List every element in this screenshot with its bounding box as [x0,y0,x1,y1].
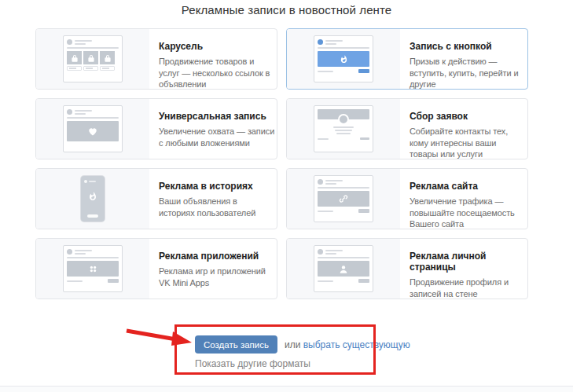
card-app-ads[interactable]: Реклама приложений Реклама игр и приложе… [35,238,277,299]
card-description: Продвижение профиля и записей на стене [410,277,526,299]
card-title: Реклама приложений [159,251,275,262]
mock-button [358,69,369,73]
card-description: Призыв к действию — вступить, купить, пе… [410,56,526,90]
lead-form-mock [314,105,373,152]
card-post-with-button[interactable]: Запись с кнопкой Призыв к действию — вст… [286,28,528,90]
mock-button [358,279,369,283]
avatar [67,39,72,45]
avatar [318,39,323,45]
universal-post-thumbnail [36,99,149,159]
card-title: Карусель [159,41,275,52]
lock-icon [72,54,78,62]
avatar [338,114,349,125]
avatar [67,109,72,115]
card-title: Реклама сайта [410,181,526,192]
flame-icon [81,192,105,201]
card-description: Собирайте контакты тех, кому интересны в… [410,126,526,159]
card-personal-page-ads[interactable]: Реклама личной страницы Продвижение проф… [286,238,528,299]
card-title: Универсальная запись [159,111,275,122]
card-description: Увеличение трафика — повышайте посещаемо… [410,196,526,229]
post-mock [314,245,373,292]
lock-icon [88,54,94,62]
card-description: Ваши объявления в историях пользователей [159,196,275,218]
create-post-button[interactable]: Создать запись [195,335,277,354]
post-with-button-thumbnail [287,29,400,89]
card-stories-ads[interactable]: Реклама в историях Ваши объявления в ист… [35,168,277,229]
website-ads-thumbnail [287,169,400,229]
user-icon [339,265,348,273]
card-carousel[interactable]: Карусель Продвижение товаров и услуг — н… [35,28,277,90]
choose-existing-link[interactable]: выбрать существующую [303,339,410,350]
avatar [67,249,72,255]
card-title: Сбор заявок [410,111,526,122]
card-title: Запись с кнопкой [410,41,526,52]
avatar [84,180,87,183]
mock-button [108,279,119,283]
card-lead-forms[interactable]: Сбор заявок Собирайте контакты тех, кому… [286,98,528,159]
mini-apps-grid-icon [89,265,97,273]
card-description: Продвижение товаров и услуг — несколько … [159,56,275,90]
post-mock [314,35,373,82]
heart-icon [88,127,97,136]
or-text: или [285,339,300,350]
page-title: Рекламные записи в новостной ленте [0,3,573,16]
lead-forms-thumbnail [287,99,400,159]
card-title: Реклама в историях [159,181,275,192]
story-phone-mock [81,176,105,222]
flame-icon [340,55,348,64]
carousel-post-mock [63,35,123,82]
mock-button [87,214,98,218]
personal-page-thumbnail [287,239,400,299]
post-mock [314,175,373,222]
app-ads-thumbnail [36,239,149,299]
footer-actions: Создать запись или выбрать существующую [195,335,410,354]
avatar [318,179,323,185]
post-mock [63,105,123,152]
avatar [318,249,323,255]
show-other-formats-link[interactable]: Показать другие форматы [195,358,310,369]
ad-formats-grid: Карусель Продвижение товаров и услуг — н… [35,28,528,299]
link-icon [339,194,348,203]
card-website-ads[interactable]: Реклама сайта Увеличение трафика — повыш… [286,168,528,229]
card-description: Реклама игр и приложений VK Mini Apps [159,266,275,288]
annotation-arrow [123,324,195,348]
card-description: Увеличение охвата — записи с любыми влож… [159,126,275,148]
lock-icon [105,54,111,62]
carousel-thumbnail [36,29,149,89]
post-mock [63,245,123,292]
card-title: Реклама личной страницы [410,251,526,273]
mock-button [358,209,369,213]
card-universal-post[interactable]: Универсальная запись Увеличение охвата —… [35,98,277,159]
page-bottom-divider [0,386,573,392]
stories-thumbnail [36,169,149,229]
